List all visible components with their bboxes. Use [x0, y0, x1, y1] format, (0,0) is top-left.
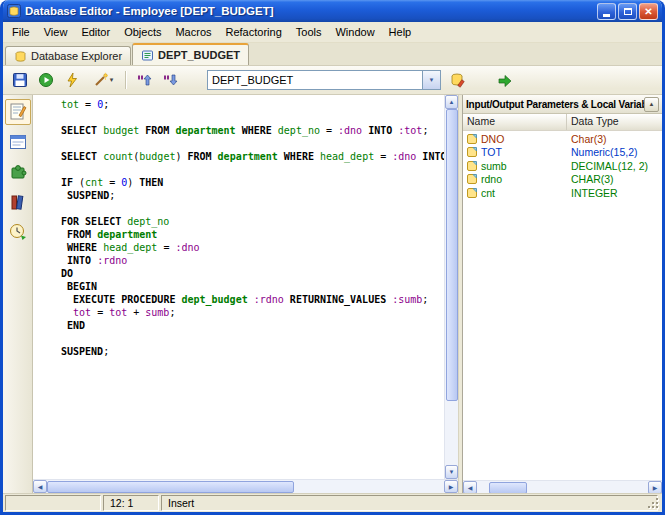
chevron-down-icon: ▼ [429, 77, 435, 83]
parameter-icon [467, 188, 477, 198]
menu-item-macros[interactable]: Macros [168, 24, 218, 40]
menu-item-refactoring[interactable]: Refactoring [219, 24, 289, 40]
app-icon[interactable] [7, 4, 21, 18]
run-button[interactable] [33, 68, 58, 92]
insert-mode-indicator: Insert [161, 495, 658, 511]
goto-object-button[interactable] [492, 69, 517, 93]
tab-database-explorer[interactable]: Database Explorer [5, 46, 131, 65]
scroll-left-button[interactable]: ◀ [33, 480, 47, 493]
param-row-cnt[interactable]: cntINTEGER [463, 186, 662, 200]
form-tab-icon [8, 132, 28, 152]
collapse-button[interactable]: ▲ [644, 97, 659, 112]
menu-item-editor[interactable]: Editor [74, 24, 117, 40]
vertical-scrollbar-thumb[interactable] [446, 109, 458, 401]
horizontal-scrollbar-thumb[interactable] [47, 481, 294, 493]
code-line [61, 202, 444, 215]
code-line: tot = 0; [61, 98, 444, 111]
resize-grip[interactable] [647, 497, 661, 511]
params-grid-header: Name Data Type [463, 114, 662, 131]
green-arrow-icon [497, 73, 513, 89]
scroll-down-button[interactable]: ▼ [445, 465, 458, 479]
panel-horizontal-scrollbar[interactable]: ◀ ▶ [463, 480, 662, 493]
save-button[interactable] [7, 68, 32, 92]
sidebar-description-button[interactable] [5, 189, 31, 215]
magic-wand-button[interactable]: ▾ [85, 68, 121, 92]
param-row-sumb[interactable]: sumbDECIMAL(12, 2) [463, 159, 662, 173]
compile-button[interactable] [59, 68, 84, 92]
param-name: TOT [481, 146, 502, 158]
quote-down-icon [162, 72, 178, 88]
code-line [61, 137, 444, 150]
code-line [61, 332, 444, 345]
param-row-tot[interactable]: TOTNumeric(15,2) [463, 146, 662, 160]
scroll-right-button[interactable]: ▶ [444, 480, 458, 493]
code-line: SELECT budget FROM department WHERE dept… [61, 124, 444, 137]
menu-item-tools[interactable]: Tools [289, 24, 329, 40]
database-edit-button[interactable] [445, 68, 470, 92]
toolbar: ▾ DEPT_BUDGET ▼ [3, 66, 662, 95]
menubar: FileViewEditorObjectsMacrosRefactoringTo… [3, 22, 662, 43]
editor-vertical-scrollbar[interactable]: ▲ ▼ [444, 95, 458, 479]
code-editor[interactable]: tot = 0; SELECT budget FROM department W… [33, 95, 444, 479]
menu-item-view[interactable]: View [37, 24, 75, 40]
database-explorer-icon [14, 50, 27, 63]
param-data-type: CHAR(3) [567, 173, 662, 185]
save-icon [12, 72, 28, 88]
code-line: END [61, 319, 444, 332]
quote-down-button[interactable] [157, 68, 182, 92]
menu-item-help[interactable]: Help [382, 24, 419, 40]
code-line: EXECUTE PROCEDURE dept_budget :rdno RETU… [61, 293, 444, 306]
param-row-rdno[interactable]: rdnoCHAR(3) [463, 173, 662, 187]
scrollbar-track[interactable] [527, 481, 648, 493]
code-line [61, 111, 444, 124]
menu-item-window[interactable]: Window [328, 24, 381, 40]
tabbar: Database Explorer DEPT_BUDGET [3, 43, 662, 66]
quote-up-button[interactable] [131, 68, 156, 92]
code-line: WHERE head_dept = :dno [61, 241, 444, 254]
maximize-button[interactable] [618, 3, 637, 20]
param-row-dno[interactable]: DNOChar(3) [463, 132, 662, 146]
param-data-type: DECIMAL(12, 2) [567, 160, 662, 172]
editor-horizontal-scrollbar[interactable]: ◀ ▶ [33, 479, 458, 493]
parameter-icon [467, 147, 477, 157]
status-segment-empty [5, 495, 101, 511]
code-line: SELECT count(budget) FROM department WHE… [61, 150, 444, 163]
toolbar-separator [125, 71, 127, 89]
code-line: SUSPEND; [61, 189, 444, 202]
database-edit-icon [450, 72, 466, 88]
code-line: BEGIN [61, 280, 444, 293]
params-panel: Input/Output Parameters & Local Variable… [462, 95, 662, 493]
menu-item-file[interactable]: File [5, 24, 37, 40]
scrollbar-track[interactable] [477, 481, 489, 493]
param-name: cnt [481, 187, 495, 199]
scroll-up-button[interactable]: ▲ [445, 95, 458, 109]
sidebar [3, 95, 33, 493]
param-name: rdno [481, 173, 502, 185]
sidebar-history-button[interactable] [5, 219, 31, 245]
column-header-data-type[interactable]: Data Type [567, 114, 662, 130]
sidebar-dependencies-button[interactable] [5, 159, 31, 185]
code-line: INTO :rdno [61, 254, 444, 267]
parameter-icon [467, 174, 477, 184]
run-icon [38, 72, 54, 88]
menu-item-objects[interactable]: Objects [117, 24, 168, 40]
sidebar-edit-button[interactable] [5, 99, 31, 125]
tab-dept-budget[interactable]: DEPT_BUDGET [132, 43, 249, 65]
puzzle-tab-icon [8, 162, 28, 182]
parameter-icon [467, 134, 477, 144]
sidebar-form-button[interactable] [5, 129, 31, 155]
dropdown-button[interactable]: ▼ [422, 71, 440, 89]
close-button[interactable]: ✕ [639, 3, 658, 20]
maximize-icon [624, 8, 632, 15]
scrollbar-track[interactable] [445, 401, 458, 465]
param-name: sumb [481, 160, 507, 172]
scrollbar-track[interactable] [294, 480, 445, 493]
chevron-down-icon: ▾ [110, 76, 114, 84]
minimize-button[interactable] [597, 3, 616, 20]
chevron-up-icon: ▲ [649, 101, 655, 107]
code-line: tot = tot + sumb; [61, 306, 444, 319]
column-header-name[interactable]: Name [463, 114, 567, 130]
quote-up-icon [136, 72, 152, 88]
params-rows: DNOChar(3)TOTNumeric(15,2)sumbDECIMAL(12… [463, 131, 662, 480]
object-selector[interactable]: DEPT_BUDGET ▼ [207, 70, 441, 90]
